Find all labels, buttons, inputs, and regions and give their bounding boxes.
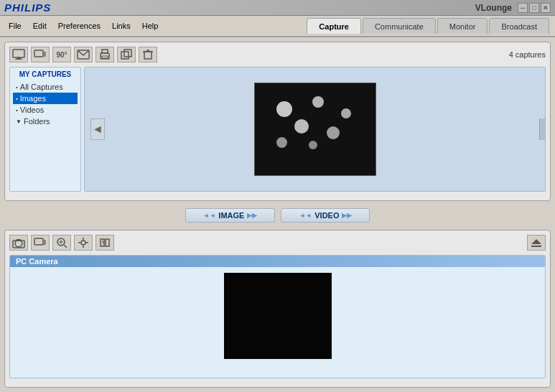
minimize-button[interactable]: ─ xyxy=(518,3,528,13)
svg-rect-4 xyxy=(44,52,46,57)
svg-rect-8 xyxy=(102,56,108,58)
camera-view xyxy=(224,273,332,359)
menu-edit[interactable]: Edit xyxy=(27,20,52,32)
svg-rect-33 xyxy=(531,246,541,247)
title-bar-right: VLounge ─ □ ✕ xyxy=(475,3,551,13)
image-tab-btn[interactable]: ◄◄ IMAGE ▶▶ xyxy=(185,208,276,223)
export-icon-btn[interactable] xyxy=(117,47,136,62)
email-icon-btn[interactable] xyxy=(74,47,93,62)
capture-image xyxy=(254,83,376,176)
app-title: VLounge xyxy=(475,3,512,13)
menu-help[interactable]: Help xyxy=(136,20,164,32)
tab-broadcast[interactable]: Broadcast xyxy=(489,18,549,34)
captures-sidebar: MY CAPTURES • All Captures • Images • Vi… xyxy=(9,67,81,192)
camera-icon-btn[interactable] xyxy=(9,235,28,251)
image-content xyxy=(255,83,376,175)
sidebar-item-folders[interactable]: ▼ Folders xyxy=(13,116,78,127)
video-right-arrow: ▶▶ xyxy=(342,212,352,219)
svg-rect-10 xyxy=(124,50,131,57)
captures-count: 4 captures xyxy=(509,50,546,59)
captures-panel: 90° xyxy=(4,42,551,201)
bullet-all: • xyxy=(16,84,18,90)
svg-line-20 xyxy=(64,245,67,248)
bullet-videos: • xyxy=(16,107,18,113)
camera-toolbar xyxy=(9,235,546,251)
video-left-arrow: ◄◄ xyxy=(299,212,312,219)
sidebar-label-videos: Videos xyxy=(20,106,44,114)
captures-toolbar: 90° xyxy=(9,47,546,62)
sidebar-item-videos[interactable]: • Videos xyxy=(13,104,78,116)
svg-rect-29 xyxy=(106,239,109,246)
camera-label: PC Camera xyxy=(10,256,545,267)
sidebar-item-all[interactable]: • All Captures xyxy=(13,81,78,93)
bullet-images: • xyxy=(16,95,18,102)
camera-area: PC Camera xyxy=(9,255,546,378)
menu-file[interactable]: File xyxy=(3,20,27,32)
svg-rect-3 xyxy=(34,50,43,57)
svg-rect-7 xyxy=(102,50,108,53)
tab-communicate[interactable]: Communicate xyxy=(363,18,436,34)
cam-monitor-btn[interactable] xyxy=(31,235,50,251)
camera-panel: PC Camera xyxy=(4,230,551,388)
monitor2-icon-btn[interactable] xyxy=(31,47,50,62)
bullet-folders: ▼ xyxy=(16,118,22,125)
sidebar-label-folders: Folders xyxy=(24,117,50,126)
svg-rect-18 xyxy=(44,240,46,245)
sidebar-label-all: All Captures xyxy=(20,83,63,91)
tab-monitor[interactable]: Monitor xyxy=(437,18,488,34)
philips-logo: PHILIPS xyxy=(4,1,51,14)
prev-arrow[interactable]: ◄ xyxy=(90,118,105,140)
rotate-icon-btn[interactable]: 90° xyxy=(52,47,71,62)
title-bar: PHILIPS VLounge ─ □ ✕ xyxy=(0,0,555,16)
settings-btn[interactable] xyxy=(74,235,93,251)
sidebar-item-images[interactable]: • Images xyxy=(13,93,78,104)
config-btn[interactable] xyxy=(95,235,114,251)
tab-capture[interactable]: Capture xyxy=(307,18,361,34)
title-bar-left: PHILIPS xyxy=(4,1,51,14)
menu-tab-row: File Edit Preferences Links Help Capture… xyxy=(0,16,555,37)
zoom-btn[interactable] xyxy=(52,235,71,251)
svg-rect-2 xyxy=(15,59,22,60)
mode-tab-buttons: ◄◄ IMAGE ▶▶ ◄◄ VIDEO ▶▶ xyxy=(4,205,551,225)
scroll-indicator xyxy=(539,118,545,140)
nav-tabs: Capture Communicate Monitor Broadcast xyxy=(307,18,549,34)
maximize-button[interactable]: □ xyxy=(529,3,539,13)
svg-rect-9 xyxy=(121,52,129,59)
svg-rect-1 xyxy=(17,57,21,59)
menu-group: File Edit Preferences Links Help xyxy=(3,20,164,32)
image-area: ◄ xyxy=(84,67,546,192)
svg-rect-17 xyxy=(34,238,43,245)
menu-preferences[interactable]: Preferences xyxy=(52,20,106,32)
svg-rect-0 xyxy=(13,50,24,57)
svg-rect-11 xyxy=(144,52,151,59)
image-right-arrow: ▶▶ xyxy=(247,212,257,219)
svg-point-23 xyxy=(81,241,85,245)
svg-marker-32 xyxy=(531,239,541,244)
video-tab-btn[interactable]: ◄◄ VIDEO ▶▶ xyxy=(281,208,370,223)
sidebar-header: MY CAPTURES xyxy=(13,70,78,78)
monitor-icon-btn[interactable] xyxy=(9,47,28,62)
video-tab-label: VIDEO xyxy=(314,211,339,220)
delete-icon-btn[interactable] xyxy=(139,47,157,62)
print-icon-btn[interactable] xyxy=(95,47,114,62)
main-content: 90° xyxy=(0,37,555,392)
window-buttons: ─ □ ✕ xyxy=(518,3,551,13)
eject-btn[interactable] xyxy=(527,235,546,251)
menu-links[interactable]: Links xyxy=(106,20,136,32)
image-tab-label: IMAGE xyxy=(218,211,244,220)
svg-rect-16 xyxy=(17,239,21,241)
panel-body: MY CAPTURES • All Captures • Images • Vi… xyxy=(9,67,546,192)
close-button[interactable]: ✕ xyxy=(541,3,551,13)
image-left-arrow: ◄◄ xyxy=(203,212,216,219)
sidebar-label-images: Images xyxy=(20,94,46,103)
